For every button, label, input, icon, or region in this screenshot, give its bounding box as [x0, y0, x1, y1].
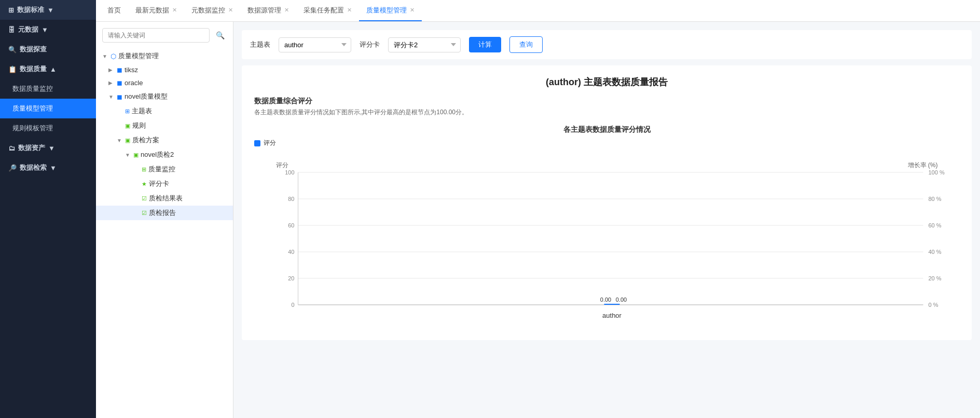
tree-node-rules[interactable]: ▶ ▣ 规则: [96, 118, 233, 133]
close-icon[interactable]: ✕: [410, 7, 415, 14]
calc-button[interactable]: 计算: [469, 37, 501, 52]
cube-icon: ◼: [117, 79, 122, 87]
tick2-40: 40 %: [929, 249, 942, 255]
tree-node-novel-quality[interactable]: ▼ ◼ novel质量模型: [96, 89, 233, 104]
tree-node-root-quality[interactable]: ▼ ⬡ 质量模型管理: [96, 49, 233, 63]
folder-icon: ⬡: [111, 52, 116, 60]
tree-node-quality-monitor[interactable]: ▶ ⊞ 质量监控: [96, 162, 233, 177]
query-header: 主题表 author 评分卡 评分卡2 计算 查询: [242, 30, 972, 59]
search-bar: 🔍: [96, 22, 233, 47]
sidebar-item-quality-monitor[interactable]: 数据质量监控: [0, 79, 96, 99]
score-card-label: 评分卡: [360, 40, 380, 49]
sidebar-label-data-search: 数据检索: [20, 163, 47, 172]
tree-node-tiksz[interactable]: ▶ ◼ tiksz: [96, 63, 233, 76]
tree-node-novel-quality2[interactable]: ▼ ▣ novel质检2: [96, 147, 233, 162]
theme-table-label: 主题表: [250, 40, 270, 49]
right-panel: 主题表 author 评分卡 评分卡2 计算 查询 (author) 主题表数据…: [233, 22, 980, 418]
x-axis-value: author: [602, 312, 622, 319]
tick-100: 100: [285, 169, 294, 176]
tree-label-quality-plan: 质检方案: [132, 136, 159, 145]
tree-node-quality-result[interactable]: ▶ ☑ 质检结果表: [96, 191, 233, 206]
close-icon[interactable]: ✕: [172, 7, 177, 14]
assets-icon: 🗂: [8, 144, 15, 152]
expand-icon: ▶: [108, 80, 115, 86]
tree-label-root-quality: 质量模型管理: [118, 51, 159, 61]
bar-label-1: 0.00: [600, 296, 611, 303]
tree-node-score-card[interactable]: ▶ ★ 评分卡: [96, 177, 233, 191]
tree-node-quality-plan[interactable]: ▼ ▣ 质检方案: [96, 133, 233, 147]
tick-0: 0: [291, 302, 294, 308]
chevron-down-icon: ▼: [50, 164, 57, 172]
grid-icon: ⊞: [125, 108, 130, 115]
tree-label-score-card: 评分卡: [149, 179, 169, 188]
star-icon: ★: [142, 181, 147, 187]
close-icon[interactable]: ✕: [347, 7, 352, 14]
check-icon: ☑: [142, 210, 147, 217]
report-title: (author) 主题表数据质量报告: [254, 76, 959, 88]
tick-20: 20: [288, 275, 294, 281]
legend-color: [254, 140, 260, 146]
grid-icon: ⊞: [8, 6, 14, 14]
theme-table-select[interactable]: author: [279, 37, 351, 52]
sidebar-item-data-assets[interactable]: 🗂 数据资产 ▼: [0, 138, 96, 158]
sidebar-label-data-standard: 数据标准: [17, 5, 44, 15]
tree: ▼ ⬡ 质量模型管理 ▶ ◼ tiksz ▶ ◼ oracle: [96, 47, 233, 222]
cube-icon: ◼: [117, 66, 122, 74]
tick2-80: 80 %: [929, 196, 942, 202]
close-icon[interactable]: ✕: [284, 7, 289, 14]
sidebar: ⊞ 数据标准 ▼ 🗄 元数据 ▼ 🔍 数据探查 📋 数据质量 ▲ 数据质量监控 …: [0, 0, 96, 418]
sidebar-item-quality-model-mgmt[interactable]: 质量模型管理: [0, 99, 96, 118]
sidebar-item-data-standard[interactable]: ⊞ 数据标准 ▼: [0, 0, 96, 20]
search-input[interactable]: [102, 28, 210, 43]
report-card: (author) 主题表数据质量报告 数据质量综合评分 各主题表数据质量评分情况…: [242, 65, 972, 340]
tree-label-quality-result: 质检结果表: [149, 194, 183, 203]
close-icon[interactable]: ✕: [228, 7, 233, 14]
content-area: 🔍 ▼ ⬡ 质量模型管理 ▶ ◼ tiksz ▶ ◼: [96, 22, 980, 418]
y2-axis-label: 增长率 (%): [907, 161, 938, 169]
sidebar-item-meta-data[interactable]: 🗄 元数据 ▼: [0, 20, 96, 39]
tab-home[interactable]: 首页: [100, 0, 128, 21]
tick2-100: 100 %: [929, 169, 945, 176]
tab-collect-task[interactable]: 采集任务配置 ✕: [296, 0, 359, 21]
expand-icon: ▶: [108, 67, 115, 73]
sidebar-item-rule-template[interactable]: 规则模板管理: [0, 118, 96, 138]
expand-icon: ▼: [108, 94, 115, 100]
tick2-0: 0 %: [929, 302, 938, 308]
query-button[interactable]: 查询: [509, 36, 543, 53]
expand-icon: ▼: [125, 152, 131, 158]
sidebar-label-meta-data: 元数据: [18, 25, 38, 34]
tick-80: 80: [288, 196, 294, 202]
sidebar-item-data-quality[interactable]: 📋 数据质量 ▲: [0, 59, 96, 79]
explore-icon: 🔍: [8, 46, 17, 53]
sidebar-item-data-explore[interactable]: 🔍 数据探查: [0, 39, 96, 59]
tick-40: 40: [288, 249, 294, 255]
tree-node-oracle[interactable]: ▶ ◼ oracle: [96, 76, 233, 89]
tab-data-source[interactable]: 数据源管理 ✕: [240, 0, 296, 21]
doc-icon: ▣: [125, 123, 130, 129]
check-icon: ☑: [142, 195, 147, 202]
main-area: 首页 最新元数据 ✕ 元数据监控 ✕ 数据源管理 ✕ 采集任务配置 ✕ 质量模型…: [96, 0, 980, 418]
expand-icon: ▼: [102, 53, 108, 59]
chart-svg: 评分 增长率 (%) 100 100 % 80 80 %: [254, 152, 959, 328]
tab-label-home: 首页: [107, 6, 121, 15]
legend-label: 评分: [264, 139, 276, 147]
cube-icon: ◼: [117, 93, 122, 101]
tab-meta-monitor[interactable]: 元数据监控 ✕: [184, 0, 240, 21]
expand-icon: ▼: [117, 138, 123, 143]
tree-node-theme-table[interactable]: ▶ ⊞ 主题表: [96, 104, 233, 118]
sidebar-item-data-search[interactable]: 🔎 数据检索 ▼: [0, 158, 96, 178]
tab-label-collect-task: 采集任务配置: [303, 6, 344, 15]
tree-label-tiksz: tiksz: [125, 66, 138, 74]
tick2-60: 60 %: [929, 222, 942, 228]
tab-label-quality-model: 质量模型管理: [366, 6, 407, 15]
sidebar-label-rule-template: 规则模板管理: [12, 124, 53, 133]
tab-quality-model[interactable]: 质量模型管理 ✕: [359, 0, 422, 21]
tree-label-rules: 规则: [132, 121, 146, 130]
sidebar-label-quality-monitor: 数据质量监控: [12, 84, 53, 93]
search-button[interactable]: 🔍: [214, 29, 227, 42]
tree-label-novel-quality2: novel质检2: [141, 150, 174, 159]
score-card-select[interactable]: 评分卡2: [388, 37, 461, 52]
chevron-down-icon: ▼: [47, 6, 54, 14]
tree-node-quality-report[interactable]: ▶ ☑ 质检报告: [96, 206, 233, 220]
tab-latest-meta[interactable]: 最新元数据 ✕: [128, 0, 184, 21]
